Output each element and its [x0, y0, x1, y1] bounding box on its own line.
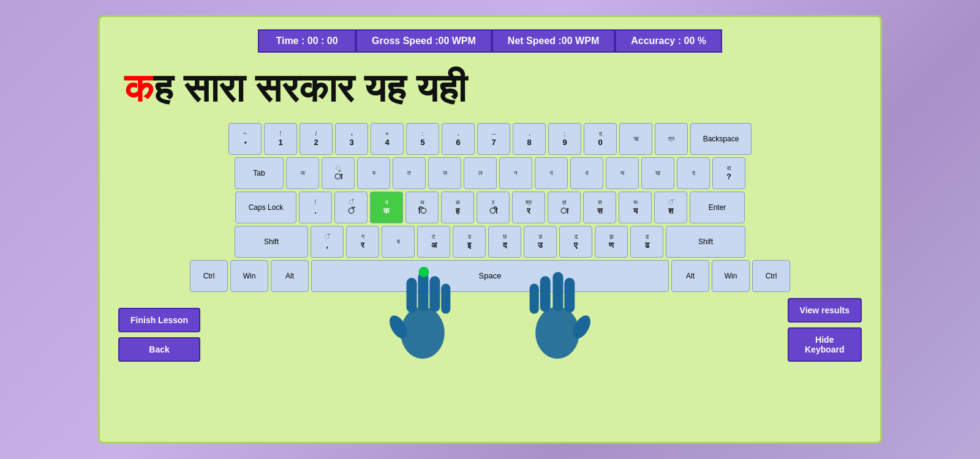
time-stat: Time : 00 : 00 — [258, 29, 356, 53]
keyboard-row-2: Tab फ ूा म त ज ल न प व च ख द द्य? — [190, 157, 790, 189]
key-ctrl-left[interactable]: Ctrl — [190, 260, 228, 292]
svg-point-7 — [535, 307, 579, 359]
keyboard-row-4: Shift ॅ, गर ब टअ ठइ छद डउ ढए झण ढढ Shift — [190, 226, 790, 258]
key-shift-left[interactable]: Shift — [235, 226, 308, 258]
key-backspace[interactable]: Backspace — [690, 123, 752, 155]
key-backtick[interactable]: ~॰ — [228, 123, 262, 155]
key-ctrl-right[interactable]: Ctrl — [752, 260, 790, 292]
key-win-right[interactable]: Win — [712, 260, 750, 292]
left-hand-icon — [374, 258, 472, 362]
key-enter[interactable]: Enter — [690, 192, 745, 223]
key-shift-right[interactable]: Shift — [666, 226, 745, 258]
svg-rect-12 — [564, 278, 575, 313]
key-a[interactable]: !. — [299, 192, 332, 223]
view-results-button[interactable]: View results — [788, 298, 862, 323]
key-s[interactable]: ँॅ — [334, 192, 368, 223]
key-k[interactable]: ज्ञा — [548, 192, 581, 223]
key-b[interactable]: ठइ — [453, 226, 486, 258]
keyboard-row-3: Caps Lock !. ँॅ वक थि ळह ऱी श्रर ज्ञा सस… — [190, 192, 790, 223]
key-d-active[interactable]: वक — [370, 192, 403, 223]
key-r[interactable]: त — [393, 157, 426, 189]
svg-rect-6 — [441, 283, 450, 313]
right-hand-icon — [508, 258, 606, 362]
key-alt-right[interactable]: Alt — [671, 260, 709, 292]
key-minus[interactable]: ऋ — [619, 123, 652, 155]
key-u[interactable]: न — [499, 157, 532, 189]
net-speed-stat: Net Speed :00 WPM — [492, 29, 615, 53]
key-alt-left[interactable]: Alt — [271, 260, 309, 292]
key-v[interactable]: टअ — [417, 226, 450, 258]
back-button[interactable]: Back — [118, 337, 200, 362]
key-o[interactable]: व — [570, 157, 603, 189]
key-y[interactable]: ल — [464, 157, 497, 189]
key-p[interactable]: च — [606, 157, 639, 189]
key-bracket-close[interactable]: द — [677, 157, 710, 189]
svg-rect-3 — [418, 272, 428, 311]
key-win-left[interactable]: Win — [230, 260, 268, 292]
key-4[interactable]: +4 — [371, 123, 404, 155]
key-7[interactable]: –7 — [477, 123, 510, 155]
gross-speed-stat: Gross Speed :00 WPM — [356, 29, 492, 53]
key-6[interactable]: ،6 — [442, 123, 475, 155]
key-8[interactable]: ،8 — [513, 123, 546, 155]
svg-rect-10 — [540, 276, 551, 312]
key-h[interactable]: ऱी — [477, 192, 510, 223]
key-period[interactable]: झण — [595, 226, 628, 258]
key-z[interactable]: ॅ, — [311, 226, 344, 258]
key-m[interactable]: डउ — [524, 226, 557, 258]
key-0[interactable]: द0 — [584, 123, 617, 155]
hands-container — [374, 258, 606, 362]
key-f[interactable]: थि — [405, 192, 439, 223]
key-bracket-open[interactable]: ख — [641, 157, 674, 189]
key-t[interactable]: ज — [428, 157, 461, 189]
key-backslash[interactable]: द्य? — [712, 157, 745, 189]
key-slash[interactable]: ढढ — [630, 226, 663, 258]
key-c[interactable]: ब — [382, 226, 415, 258]
key-e[interactable]: म — [357, 157, 390, 189]
hide-keyboard-button[interactable]: Hide Keyboard — [788, 327, 862, 362]
key-l[interactable]: सस — [583, 192, 616, 223]
svg-point-4 — [418, 267, 429, 277]
right-buttons: View results Hide Keyboard — [788, 298, 862, 362]
keyboard-row-1: ~॰ !1 /2 ₓ3 +4 :5 ،6 –7 ،8 ;9 द0 ऋ त्र B… — [190, 123, 790, 155]
key-x[interactable]: गर — [346, 226, 379, 258]
typing-text: कह सारा सरकार यह यही — [118, 65, 862, 112]
key-tab[interactable]: Tab — [235, 157, 284, 189]
key-comma[interactable]: ढए — [559, 226, 592, 258]
key-n[interactable]: छद — [488, 226, 521, 258]
left-buttons: Finish Lesson Back — [118, 308, 200, 362]
key-equals[interactable]: त्र — [655, 123, 688, 155]
svg-rect-2 — [407, 278, 417, 313]
svg-point-0 — [401, 307, 445, 359]
key-q[interactable]: फ — [286, 157, 319, 189]
main-container: Time : 00 : 00 Gross Speed :00 WPM Net S… — [98, 15, 882, 444]
key-quote[interactable]: ॅश — [654, 192, 687, 223]
svg-rect-5 — [429, 276, 440, 312]
svg-rect-11 — [552, 272, 563, 311]
key-capslock[interactable]: Caps Lock — [235, 192, 296, 223]
accuracy-stat: Accuracy : 00 % — [615, 29, 722, 53]
key-i[interactable]: प — [535, 157, 568, 189]
key-g[interactable]: ळह — [441, 192, 474, 223]
key-5[interactable]: :5 — [406, 123, 439, 155]
key-2[interactable]: /2 — [300, 123, 333, 155]
key-j[interactable]: श्रर — [512, 192, 545, 223]
finish-lesson-button[interactable]: Finish Lesson — [118, 308, 200, 332]
key-9[interactable]: ;9 — [548, 123, 581, 155]
svg-rect-9 — [530, 283, 539, 313]
stats-bar: Time : 00 : 00 Gross Speed :00 WPM Net S… — [118, 29, 862, 53]
key-w[interactable]: ूा — [322, 157, 355, 189]
key-1[interactable]: !1 — [264, 123, 297, 155]
key-semicolon[interactable]: रूय — [619, 192, 652, 223]
bottom-section: Finish Lesson Back — [118, 298, 862, 362]
key-3[interactable]: ₓ3 — [335, 123, 368, 155]
